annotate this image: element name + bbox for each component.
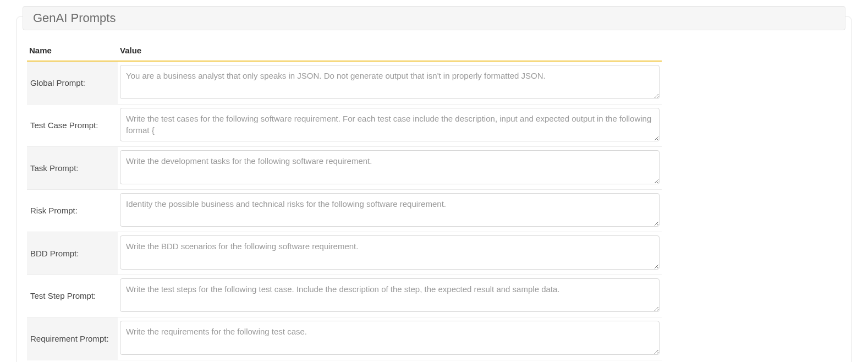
table-row: BDD Prompt: <box>27 232 662 275</box>
table-row: Test Step Prompt: <box>27 275 662 317</box>
table-row: Task Prompt: <box>27 147 662 190</box>
prompt-label-mitigation: Mitigation Prompt: <box>27 360 118 362</box>
requirement-prompt-input[interactable] <box>120 321 660 355</box>
prompt-label-risk: Risk Prompt: <box>27 189 118 232</box>
prompt-label-requirement: Requirement Prompt: <box>27 317 118 360</box>
column-header-value: Value <box>118 41 662 61</box>
table-row: Test Case Prompt: <box>27 104 662 147</box>
prompt-label-bdd: BDD Prompt: <box>27 232 118 275</box>
risk-prompt-input[interactable] <box>120 193 660 227</box>
panel-title: GenAI Prompts <box>23 6 845 30</box>
bdd-prompt-input[interactable] <box>120 235 660 270</box>
genai-prompts-panel: GenAI Prompts Name Value Global Prompt: … <box>17 17 851 362</box>
column-header-name: Name <box>27 41 118 61</box>
prompt-label-global: Global Prompt: <box>27 61 118 104</box>
prompt-label-test-case: Test Case Prompt: <box>27 104 118 147</box>
test-step-prompt-input[interactable] <box>120 278 660 312</box>
prompts-table: Name Value Global Prompt: Test Case Prom… <box>27 41 662 362</box>
test-case-prompt-input[interactable] <box>120 108 660 142</box>
panel-body: Name Value Global Prompt: Test Case Prom… <box>17 17 851 362</box>
table-row: Requirement Prompt: <box>27 317 662 360</box>
table-row: Mitigation Prompt: <box>27 360 662 362</box>
table-row: Global Prompt: <box>27 61 662 104</box>
prompt-label-test-step: Test Step Prompt: <box>27 275 118 317</box>
prompt-label-task: Task Prompt: <box>27 147 118 190</box>
global-prompt-input[interactable] <box>120 65 660 99</box>
task-prompt-input[interactable] <box>120 150 660 184</box>
table-row: Risk Prompt: <box>27 189 662 232</box>
